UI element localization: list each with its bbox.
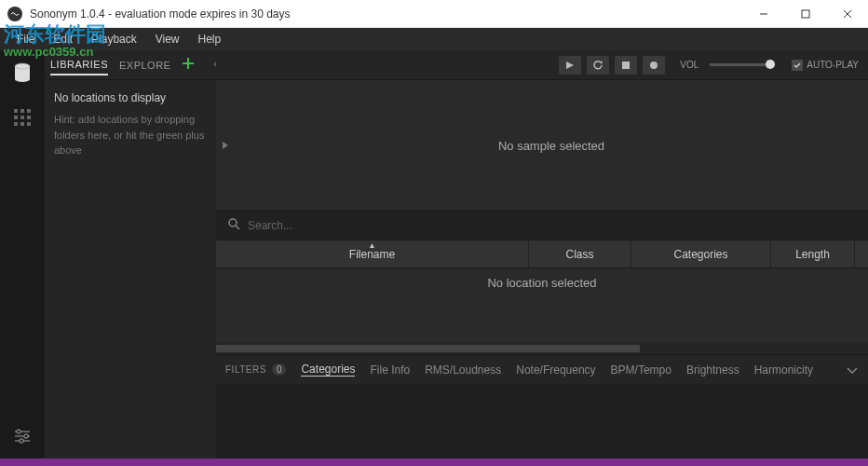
svg-rect-9 xyxy=(14,116,18,119)
search-bar xyxy=(216,211,868,240)
column-overflow[interactable] xyxy=(855,240,868,267)
database-icon[interactable] xyxy=(11,62,34,84)
menu-bar: File Edit Playback View Help xyxy=(0,28,868,50)
tab-explore[interactable]: EXPLORE xyxy=(119,56,170,75)
volume-label: VOL xyxy=(680,60,698,70)
filter-tab-brightness[interactable]: Brightness xyxy=(686,363,739,377)
svg-point-29 xyxy=(20,439,23,443)
player-bar: VOL AUTO-PLAY xyxy=(216,50,868,80)
sidebar-content: No locations to display Hint: add locati… xyxy=(45,80,216,170)
stop-button[interactable] xyxy=(615,56,637,75)
menu-file[interactable]: File xyxy=(7,33,44,46)
filter-tab-fileinfo[interactable]: File Info xyxy=(370,363,410,377)
sidebar-hint: Hint: add locations by dropping folders … xyxy=(54,112,207,158)
svg-rect-13 xyxy=(20,122,24,126)
autoplay-checkbox[interactable] xyxy=(792,60,803,71)
filters-bar: FILTERS 0 Categories File Info RMS/Loudn… xyxy=(216,354,868,384)
menu-edit[interactable]: Edit xyxy=(44,33,82,46)
search-icon xyxy=(227,217,240,234)
svg-point-25 xyxy=(17,430,20,433)
menu-help[interactable]: Help xyxy=(189,33,231,46)
svg-rect-19 xyxy=(622,62,630,69)
column-class[interactable]: Class xyxy=(529,240,631,267)
left-rail xyxy=(0,50,45,459)
svg-rect-8 xyxy=(27,109,31,113)
close-button[interactable] xyxy=(826,0,868,28)
svg-rect-14 xyxy=(27,122,31,126)
menu-view[interactable]: View xyxy=(146,33,189,46)
svg-rect-7 xyxy=(20,109,24,113)
volume-slider[interactable] xyxy=(710,63,775,66)
search-input[interactable] xyxy=(248,219,857,232)
svg-marker-18 xyxy=(601,61,603,64)
preview-message: No sample selected xyxy=(235,139,868,153)
svg-point-22 xyxy=(229,219,237,226)
filters-count: 0 xyxy=(272,363,287,376)
column-length[interactable]: Length xyxy=(771,240,855,267)
minimize-button[interactable] xyxy=(742,0,784,28)
filter-tab-note[interactable]: Note/Frequency xyxy=(516,363,595,377)
volume-thumb[interactable] xyxy=(766,60,775,69)
record-button[interactable] xyxy=(643,56,665,75)
preview-collapse-button[interactable] xyxy=(216,80,235,211)
column-filename[interactable]: ▲ Filename xyxy=(216,240,529,267)
autoplay-toggle[interactable]: AUTO-PLAY xyxy=(792,60,859,71)
maximize-button[interactable] xyxy=(784,0,826,28)
filter-tab-harmonicity[interactable]: Harmonicity xyxy=(754,363,813,377)
svg-point-20 xyxy=(650,62,658,69)
column-categories[interactable]: Categories xyxy=(631,240,771,267)
menu-playback[interactable]: Playback xyxy=(82,33,146,46)
svg-point-27 xyxy=(24,434,28,438)
autoplay-label: AUTO-PLAY xyxy=(807,60,859,70)
main-area: VOL AUTO-PLAY No sample selected ▲ Filen… xyxy=(216,50,868,459)
svg-marker-17 xyxy=(566,62,574,69)
loop-button[interactable] xyxy=(587,56,609,75)
sort-asc-icon: ▲ xyxy=(369,241,376,250)
play-button[interactable] xyxy=(559,56,581,75)
sidebar-heading: No locations to display xyxy=(54,91,207,104)
tab-libraries[interactable]: LIBRARIES xyxy=(50,55,108,75)
settings-icon[interactable] xyxy=(11,425,34,447)
window-title: Sononym 1.0.4 - evaluation mode expires … xyxy=(30,7,742,21)
grid-icon[interactable] xyxy=(11,106,34,129)
filters-expand-button[interactable] xyxy=(846,362,859,378)
svg-rect-12 xyxy=(14,122,18,126)
svg-line-23 xyxy=(236,226,239,229)
svg-rect-1 xyxy=(802,10,809,18)
window-controls xyxy=(742,0,868,28)
status-bar xyxy=(0,459,868,466)
preview-area: No sample selected xyxy=(216,80,868,211)
filters-label: FILTERS xyxy=(225,364,266,375)
app-icon xyxy=(7,7,22,21)
filter-tab-rms[interactable]: RMS/Loudness xyxy=(425,363,501,377)
filter-tab-bpm[interactable]: BPM/Tempo xyxy=(611,363,671,377)
add-location-button[interactable] xyxy=(182,57,195,74)
svg-rect-10 xyxy=(20,116,24,119)
svg-marker-21 xyxy=(223,142,228,149)
sidebar: LIBRARIES EXPLORE No locations to displa… xyxy=(45,50,216,459)
filters-panel xyxy=(216,384,868,459)
table-empty-message: No location selected xyxy=(216,268,868,290)
svg-rect-6 xyxy=(14,109,18,113)
table-body: No location selected xyxy=(216,268,868,354)
table-header: ▲ Filename Class Categories Length xyxy=(216,240,868,268)
sidebar-tabs: LIBRARIES EXPLORE xyxy=(45,50,216,80)
filter-tab-categories[interactable]: Categories xyxy=(301,363,355,377)
scrollbar-thumb[interactable] xyxy=(216,345,640,352)
window-titlebar: Sononym 1.0.4 - evaluation mode expires … xyxy=(0,0,868,28)
horizontal-scrollbar[interactable] xyxy=(216,343,868,354)
svg-rect-11 xyxy=(27,116,31,119)
